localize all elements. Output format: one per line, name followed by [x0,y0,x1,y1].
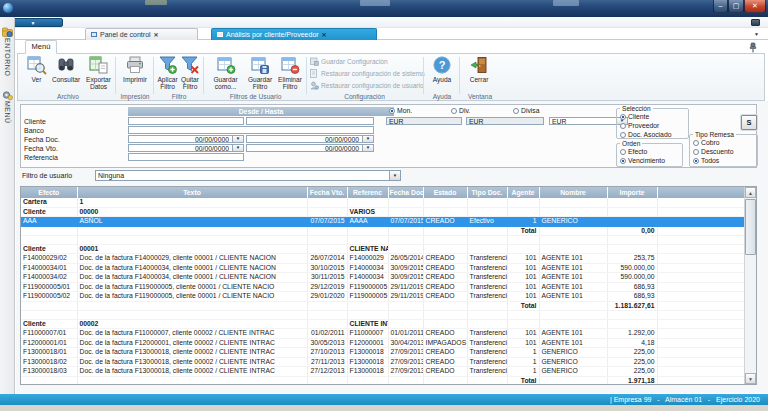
referencia-input[interactable] [128,153,244,161]
table-row[interactable]: F119000005/01Doc. de la factura F1190000… [21,282,745,292]
guardar-filtro-button[interactable]: Guardar Filtro [245,55,275,90]
table-row[interactable]: F14000029/02Doc. de la factura F14000029… [21,254,745,264]
quitar-filtro-button[interactable]: Quitar Filtro [179,55,201,90]
sidebar-item-entorno[interactable]: ENTORNO [0,27,15,76]
cliente-hasta-input[interactable] [246,117,374,125]
imprimir-button[interactable]: Imprimir [120,55,150,83]
cell [467,311,507,320]
radio-proveedor[interactable]: Proveedor [620,122,685,130]
exportar-datos-button[interactable]: Exportar Datos [82,55,115,90]
radio-descuento[interactable]: Descuento [693,148,754,156]
table-row[interactable] [21,236,745,245]
table-row[interactable]: F119000005/02Doc. de la factura F1190000… [21,292,745,302]
dropdown-icon[interactable]: ▼ [232,145,243,152]
panel-icon[interactable] [751,19,760,26]
cell: CREADO [423,348,467,358]
guardar-como-button[interactable]: Guardar como... [208,55,243,90]
fecha-doc-hasta-input[interactable]: 00/00/0000 ▼ [246,135,374,143]
fecha-vto-desde-input[interactable]: 00/00/0000 ▼ [128,144,244,152]
titlebar: – ▢ ✕ [0,0,768,17]
cliente-desde-input[interactable] [128,117,244,125]
chevron-down-icon[interactable]: ▼ [754,31,759,37]
restaurar-config-usuario-item[interactable]: Restaurar configuración de usuario [310,81,424,90]
table-row[interactable] [21,311,745,320]
restaurar-config-sistema-item[interactable]: Restaurar configuración de sistema [310,69,425,78]
table-header-row[interactable]: EfectoTextoFecha Vto.ReferencFecha Doc.E… [21,187,745,198]
cell: GENERICO [539,217,607,227]
scrollbar-thumb[interactable] [745,199,756,255]
column-header-fecha-vto-[interactable]: Fecha Vto. [307,187,347,198]
dropdown-icon[interactable]: ▼ [362,145,373,152]
radio-todos[interactable]: Todos [693,157,754,165]
filtro-usuario-select[interactable]: Ninguna ▼ [95,170,401,181]
radio-cliente[interactable]: Cliente [620,113,685,121]
cell [307,236,347,245]
ver-button[interactable]: Ver [23,55,50,83]
table-row[interactable]: F13000018/01Doc. de la factura F13000018… [21,348,745,358]
vertical-scrollbar[interactable]: ▲ ▼ [744,187,756,384]
fecha-vto-hasta-input[interactable]: 00/00/0000 ▼ [246,144,374,152]
tab-analisis-por-cliente-proveedor[interactable]: Análisis por cliente/Proveedor ✕ [211,28,377,40]
table-row[interactable]: Cliente00002CLIENTE INTR [21,319,745,329]
column-header-nombre[interactable]: Nombre [539,187,607,198]
column-header-estado[interactable]: Estado [423,187,467,198]
column-header-tipo-doc-[interactable]: Tipo Doc. [467,187,507,198]
pushpin-icon[interactable] [749,42,757,53]
scroll-down-icon[interactable]: ▼ [745,373,756,384]
table-row[interactable]: Total1.971,18 [21,376,745,385]
cell [347,311,388,320]
table-row[interactable]: F12000001/01Doc. de la factura F12000001… [21,338,745,348]
table-row[interactable]: F14000034/01Doc. de la factura F14000034… [21,263,745,273]
radio-vencimiento[interactable]: Vencimiento [620,157,679,165]
scroll-up-icon[interactable]: ▲ [745,187,756,198]
column-header-efecto[interactable]: Efecto [21,187,77,198]
dropdown-icon[interactable]: ▼ [362,136,373,143]
table-row[interactable]: F13000018/02Doc. de la factura F13000018… [21,357,745,367]
table-row[interactable]: F13000018/03Doc. de la factura F13000018… [21,367,745,377]
table-row[interactable]: Cliente00000VARIOS [21,207,745,217]
column-header-referenc[interactable]: Referenc [347,187,388,198]
tab-panel-de-control[interactable]: Panel de control ✕ [85,28,198,40]
radio-cobro[interactable]: Cobro [693,139,754,147]
maximize-button[interactable]: ▢ [728,0,744,13]
fecha-doc-desde-input[interactable]: 00/00/0000 ▼ [128,135,244,143]
table-row[interactable]: Total1.181.627,61 [21,301,745,311]
radio-mon-[interactable]: Mon. [389,107,449,115]
aplicar-filtro-button[interactable]: Aplicar Filtro [156,55,179,90]
dropdown-icon[interactable]: ▼ [389,171,400,180]
cell [607,217,657,227]
column-header-agente[interactable]: Agente [507,187,539,198]
sidebar-item-menu[interactable]: MENÚ [0,90,15,124]
banco-input[interactable] [128,126,374,134]
ribbon-tab-menu[interactable]: Menú [25,40,57,54]
column-header-fecha-doc-[interactable]: Fecha Doc. [388,187,423,198]
close-button[interactable]: ✕ [744,0,766,13]
minimize-button[interactable]: – [713,0,728,13]
table-row[interactable]: Cliente00001CLIENTE NACI [21,244,745,254]
cell: F12000001/01 [21,338,77,348]
eliminar-filtro-button[interactable]: Eliminar Filtro [275,55,305,90]
tab-close-icon[interactable]: ✕ [154,32,159,38]
table-row[interactable]: F14000034/02Doc. de la factura F14000034… [21,273,745,283]
radio-efecto[interactable]: Efecto [620,148,679,156]
column-header-texto[interactable]: Texto [77,187,307,198]
tab-close-icon[interactable]: ✕ [322,32,327,38]
table-row[interactable]: Cartera1 [21,198,745,207]
table-row[interactable]: F11000007/01Doc. de la factura F11000007… [21,329,745,339]
consultar-button[interactable]: Consultar [51,55,81,83]
s-button[interactable]: S [741,115,757,130]
background-window-artifact [145,0,167,5]
ayuda-button[interactable]: ? Ayuda [427,55,457,83]
dropdown-icon[interactable]: ▼ [232,136,243,143]
radio-divisa[interactable]: Divisa [513,107,573,115]
cerrar-button[interactable]: Cerrar [464,55,494,83]
table-row[interactable]: Total0,00 [21,226,745,236]
guardar-configuracion-item[interactable]: Guardar Configuración [310,57,388,66]
ribbon-separator [203,57,204,94]
radio-doc-asociado[interactable]: Doc. Asociado [620,131,685,139]
table-row-selected[interactable]: AAAASÑOL07/07/2015AAAA07/07/2015CREADOEf… [21,217,745,227]
cell: 26/05/2014 [388,254,423,264]
column-header-importe[interactable]: Importe [607,187,657,198]
radio-div-[interactable]: Div. [451,107,511,115]
background-window-artifact [553,0,579,6]
